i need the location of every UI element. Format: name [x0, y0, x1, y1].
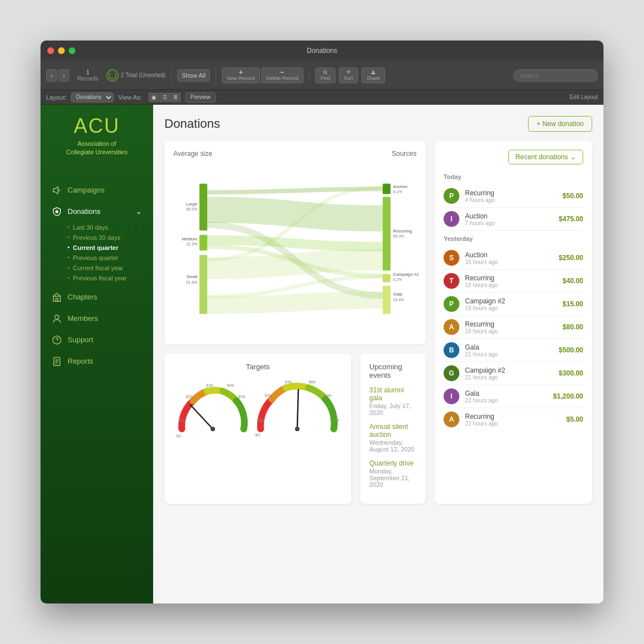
donation-time: 16 hours ago	[465, 259, 553, 265]
back-button[interactable]: ‹	[46, 69, 57, 82]
event-date-2: Wednesday, August 12, 2020	[369, 439, 417, 453]
donation-item[interactable]: IGala23 hours ago$1,200.00	[444, 385, 583, 408]
donation-type: Recurring	[465, 274, 557, 282]
svg-text:$6k: $6k	[308, 379, 316, 384]
search-input[interactable]	[513, 69, 598, 82]
share-button[interactable]: Share	[361, 68, 385, 83]
close-dot[interactable]	[47, 47, 54, 54]
donation-item[interactable]: IAuction7 hours ago$475.00	[444, 208, 583, 231]
maximize-dot[interactable]	[69, 47, 75, 54]
donation-info: Recurring23 hours ago	[465, 413, 561, 427]
submenu-prev-quarter[interactable]: Previous quarter	[68, 253, 153, 263]
sidebar-item-support[interactable]: Support	[41, 329, 153, 351]
svg-text:$8k: $8k	[324, 393, 332, 398]
svg-point-48	[295, 427, 299, 431]
donation-time: 23 hours ago	[465, 421, 561, 427]
submenu-prev-fiscal[interactable]: Previous fiscal year	[68, 273, 153, 283]
sort-button[interactable]: Sort	[339, 68, 359, 83]
sankey-header: Average size Sources	[173, 150, 417, 158]
donation-info: Campaign #218 hours ago	[465, 297, 557, 311]
event-item-2: Annual silent auction Wednesday, August …	[369, 423, 417, 453]
submenu-last30[interactable]: Last 30 days	[68, 222, 153, 232]
submenu-prev30[interactable]: Previous 30 days	[68, 232, 153, 243]
submenu-current-quarter[interactable]: Current quarter	[68, 243, 153, 253]
svg-text:$4k: $4k	[285, 379, 293, 384]
donation-item[interactable]: PCampaign #218 hours ago$15.00	[444, 293, 583, 316]
forward-button[interactable]: ›	[59, 69, 70, 82]
submenu-current-fiscal[interactable]: Current fiscal year	[68, 263, 153, 273]
sidebar-item-reports[interactable]: Reports	[41, 351, 153, 372]
reports-label: Reports	[68, 357, 93, 365]
sidebar-item-members[interactable]: Members	[41, 308, 153, 329]
delete-record-button[interactable]: Delete Record	[261, 68, 304, 83]
form-view-btn[interactable]: ▣	[149, 93, 159, 102]
donation-type: Campaign #2	[465, 366, 553, 374]
sidebar-item-donations[interactable]: Donations ⌄	[41, 201, 153, 222]
donation-time: 18 hours ago	[465, 305, 557, 311]
list-view-btn[interactable]: ☰	[160, 93, 170, 102]
main-header: Donations + New donation	[164, 116, 592, 132]
sidebar-item-chapters[interactable]: Chapters	[41, 287, 153, 308]
svg-rect-24	[383, 286, 391, 314]
donation-time: 18 hours ago	[465, 282, 557, 288]
donation-type: Recurring	[465, 320, 557, 328]
sankey-chart: Large 36.0% Medium 12.2% Small 51.8% Auc…	[173, 164, 417, 333]
new-record-button[interactable]: New Record	[222, 68, 260, 83]
event-name-3[interactable]: Quarterly drive	[369, 459, 417, 467]
sep1	[171, 67, 172, 84]
sidebar: ACU Association of Collegiate Universiti…	[41, 105, 153, 603]
app-window: Donations ‹ › 1 Records 2 Total (Unsorte…	[41, 41, 603, 603]
event-name-2[interactable]: Annual silent auction	[369, 423, 417, 439]
donation-item[interactable]: PRecurring4 hours ago$50.00	[444, 185, 583, 208]
records-info: 1 Records	[77, 69, 98, 82]
records-number: 1	[86, 69, 90, 75]
svg-text:$4k: $4k	[227, 383, 235, 388]
avatar: A	[444, 319, 459, 335]
donation-item[interactable]: TRecurring18 hours ago$40.00	[444, 270, 583, 293]
today-label: Today	[444, 173, 583, 180]
layout-label: Layout:	[46, 94, 66, 101]
svg-text:Large: Large	[186, 202, 198, 207]
targets-title: Targets	[173, 363, 342, 371]
chapters-label: Chapters	[68, 293, 97, 301]
svg-text:12.2%: 12.2%	[186, 242, 198, 246]
svg-rect-22	[383, 196, 391, 270]
recent-donations-button[interactable]: Recent donations ⌄	[508, 150, 583, 164]
svg-rect-10	[53, 296, 61, 301]
svg-rect-21	[383, 184, 391, 194]
donation-item[interactable]: GCampaign #222 hours ago$300.00	[444, 362, 583, 385]
donation-info: Campaign #222 hours ago	[465, 366, 553, 381]
svg-text:$5k: $5k	[238, 394, 246, 399]
avatar: B	[444, 342, 459, 358]
svg-rect-2	[280, 71, 284, 72]
panel-header: Recent donations ⌄	[444, 150, 583, 164]
donation-item[interactable]: SAuction16 hours ago$250.00	[444, 247, 583, 270]
table-view-btn[interactable]: ≣	[171, 93, 181, 102]
sort-label: Sort	[344, 75, 354, 81]
donation-item[interactable]: ARecurring23 hours ago$5.00	[444, 408, 583, 431]
records-label: Records	[77, 75, 98, 82]
org-name: Association of Collegiate Universities	[52, 136, 142, 168]
svg-text:Campaign #2: Campaign #2	[393, 272, 419, 277]
sidebar-item-campaigns[interactable]: Campaigns	[41, 180, 153, 201]
preview-button[interactable]: Preview	[185, 92, 216, 102]
minimize-dot[interactable]	[58, 47, 65, 54]
new-donation-button[interactable]: + New donation	[528, 116, 592, 132]
show-all-button[interactable]: Show All	[177, 69, 210, 82]
svg-text:8.1%: 8.1%	[393, 190, 402, 194]
edit-layout-button[interactable]: Edit Layout	[570, 94, 598, 100]
donations-label: Donations	[68, 207, 101, 216]
layout-select[interactable]: Donations	[71, 92, 114, 102]
record-buttons: New Record Delete Record	[222, 68, 303, 83]
donation-item[interactable]: BGala22 hours ago$500.00	[444, 339, 583, 362]
donation-time: 4 hours ago	[465, 197, 557, 203]
find-button[interactable]: Find	[315, 68, 336, 83]
svg-line-39	[190, 405, 213, 429]
delete-record-label: Delete Record	[266, 75, 299, 81]
events-card: Upcoming events 31st alumni gala Friday,…	[360, 354, 426, 504]
members-label: Members	[68, 314, 98, 323]
bottom-row: Targets	[164, 354, 426, 504]
svg-text:Auction: Auction	[393, 184, 408, 189]
donation-item[interactable]: ARecurring18 hours ago$80.00	[444, 316, 583, 339]
event-name-1[interactable]: 31st alumni gala	[369, 386, 417, 402]
